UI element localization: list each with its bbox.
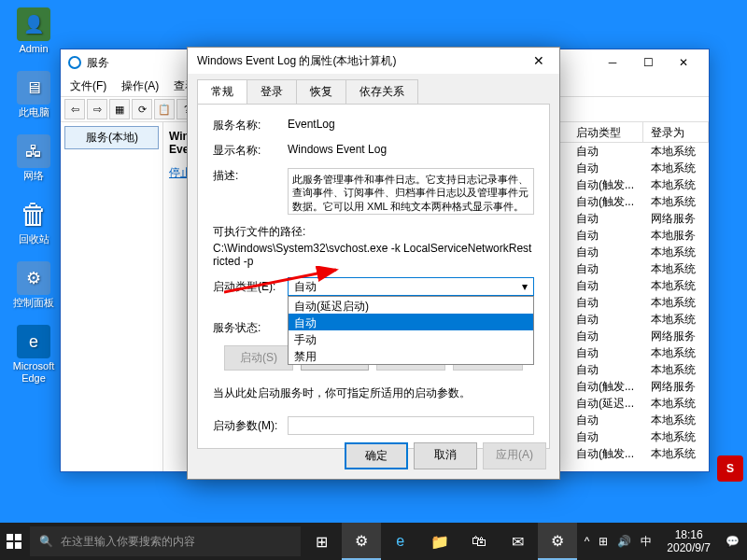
- taskbar-edge[interactable]: e: [381, 523, 420, 560]
- tray-ime[interactable]: 中: [641, 534, 652, 550]
- desktop-icon-recyclebin[interactable]: 🗑回收站: [7, 198, 60, 245]
- tree-node-label: 服务(本地): [86, 130, 138, 146]
- desktop-icon-network[interactable]: 🖧网络: [7, 134, 60, 181]
- start-button[interactable]: [0, 523, 28, 560]
- notification-icon[interactable]: 💬: [726, 535, 740, 548]
- gear-icon: [71, 133, 82, 144]
- tray-network-icon[interactable]: ⊞: [599, 535, 608, 548]
- dropdown-option-auto[interactable]: 自动: [289, 314, 533, 330]
- tab-general[interactable]: 常规: [197, 79, 247, 104]
- svg-rect-3: [7, 542, 13, 549]
- chevron-down-icon: ▾: [522, 280, 528, 293]
- services-title: 服务: [87, 55, 109, 71]
- search-placeholder: 在这里输入你要搜索的内容: [61, 534, 195, 550]
- desktop-icon-label: Admin: [19, 43, 48, 54]
- dropdown-selected: 自动: [294, 279, 317, 295]
- label-startup-type: 启动类型(E):: [213, 279, 280, 295]
- desktop-icon-label: 此电脑: [19, 106, 49, 118]
- tray-date: 2020/9/7: [667, 541, 711, 554]
- taskbar-settings[interactable]: ⚙: [538, 523, 577, 560]
- dropdown-list: 自动(延迟启动) 自动 手动 禁用: [288, 296, 534, 365]
- label-display-name: 显示名称:: [213, 143, 280, 159]
- cancel-button[interactable]: 取消: [414, 442, 477, 469]
- toolbar-back[interactable]: ⇦: [64, 99, 85, 119]
- taskbar-mail[interactable]: ✉: [499, 523, 538, 560]
- properties-titlebar[interactable]: Windows Event Log 的属性(本地计算机) ✕: [188, 48, 559, 74]
- desktop-icon-admin[interactable]: 👤Admin: [7, 7, 60, 54]
- taskbar-search[interactable]: 🔍 在这里输入你要搜索的内容: [30, 526, 301, 556]
- startup-type-dropdown[interactable]: 自动 ▾ 自动(延迟启动) 自动 手动 禁用: [288, 277, 534, 296]
- svg-rect-1: [7, 534, 13, 540]
- label-service-name: 服务名称:: [213, 118, 280, 133]
- value-exe-path: C:\Windows\System32\svchost.exe -k Local…: [213, 242, 534, 268]
- close-button[interactable]: ✕: [520, 49, 557, 73]
- label-service-status: 服务状态:: [213, 320, 280, 336]
- tree-node-services-local[interactable]: 服务(本地): [64, 126, 159, 149]
- label-exe-path: 可执行文件的路径:: [213, 224, 534, 240]
- tab-logon[interactable]: 登录: [247, 79, 297, 104]
- toolbar-up[interactable]: ▦: [109, 99, 130, 119]
- dropdown-option-auto-delayed[interactable]: 自动(延迟启动): [289, 297, 533, 314]
- tray-overflow[interactable]: ^: [585, 535, 590, 548]
- desktop-icon-label: 网络: [23, 170, 44, 181]
- maximize-button[interactable]: ☐: [630, 50, 666, 75]
- dropdown-option-manual[interactable]: 手动: [289, 330, 533, 347]
- svg-rect-4: [15, 542, 21, 549]
- toolbar-export[interactable]: 📋: [154, 99, 175, 119]
- menu-action[interactable]: 操作(A): [116, 77, 164, 96]
- hint-text: 当从此处启动服务时，你可指定所适用的启动参数。: [213, 385, 534, 401]
- tray-volume-icon[interactable]: 🔊: [617, 535, 631, 548]
- apply-button[interactable]: 应用(A): [483, 442, 546, 469]
- dropdown-option-disabled[interactable]: 禁用: [289, 347, 533, 364]
- desktop-icon-controlpanel[interactable]: ⚙控制面板: [7, 261, 60, 308]
- menu-file[interactable]: 文件(F): [64, 77, 112, 96]
- value-service-name: EventLog: [288, 118, 335, 131]
- close-button[interactable]: ✕: [666, 50, 701, 75]
- col-startup-type[interactable]: 启动类型: [569, 122, 643, 142]
- properties-title: Windows Event Log 的属性(本地计算机): [197, 53, 396, 69]
- properties-dialog: Windows Event Log 的属性(本地计算机) ✕ 常规 登录 恢复 …: [187, 47, 560, 480]
- taskbar-services[interactable]: ⚙: [342, 523, 381, 560]
- toolbar-refresh[interactable]: ⟳: [132, 99, 152, 119]
- value-display-name: Windows Event Log: [288, 143, 387, 156]
- col-logon-as[interactable]: 登录为: [643, 122, 709, 142]
- description-textbox[interactable]: 此服务管理事件和事件日志。它支持日志记录事件、查询事件、订阅事件、归档事件日志以…: [288, 168, 534, 215]
- ok-button[interactable]: 确定: [345, 442, 408, 469]
- taskbar-store[interactable]: 🛍: [459, 523, 499, 560]
- tab-recovery[interactable]: 恢复: [296, 79, 346, 104]
- label-description: 描述:: [213, 168, 280, 184]
- task-view-button[interactable]: ⊞: [303, 523, 342, 560]
- desktop-icon-label: 控制面板: [13, 297, 54, 308]
- desktop-icon-thispc[interactable]: 🖥此电脑: [7, 71, 60, 118]
- start-params-input[interactable]: [288, 416, 534, 435]
- search-icon: 🔍: [39, 535, 53, 548]
- desktop-icon-label: Microsoft Edge: [7, 360, 60, 383]
- minimize-button[interactable]: ─: [595, 50, 630, 75]
- toolbar-fwd[interactable]: ⇨: [87, 99, 107, 119]
- label-start-params: 启动参数(M):: [213, 418, 280, 434]
- tray-time: 18:16: [667, 528, 711, 541]
- taskbar: 🔍 在这里输入你要搜索的内容 ⊞ ⚙ e 📁 🛍 ✉ ⚙ ^ ⊞ 🔊 中 18:…: [0, 523, 747, 560]
- taskbar-explorer[interactable]: 📁: [420, 523, 459, 560]
- desktop-icon-label: 回收站: [19, 233, 49, 245]
- tab-dependencies[interactable]: 依存关系: [345, 79, 418, 104]
- desktop-icon-edge[interactable]: eMicrosoft Edge: [7, 325, 60, 383]
- svg-rect-2: [15, 534, 21, 540]
- start-button[interactable]: 启动(S): [224, 345, 293, 371]
- snagit-badge[interactable]: S: [717, 455, 743, 482]
- tray-clock[interactable]: 18:16 2020/9/7: [661, 528, 716, 555]
- gear-icon: [68, 56, 81, 69]
